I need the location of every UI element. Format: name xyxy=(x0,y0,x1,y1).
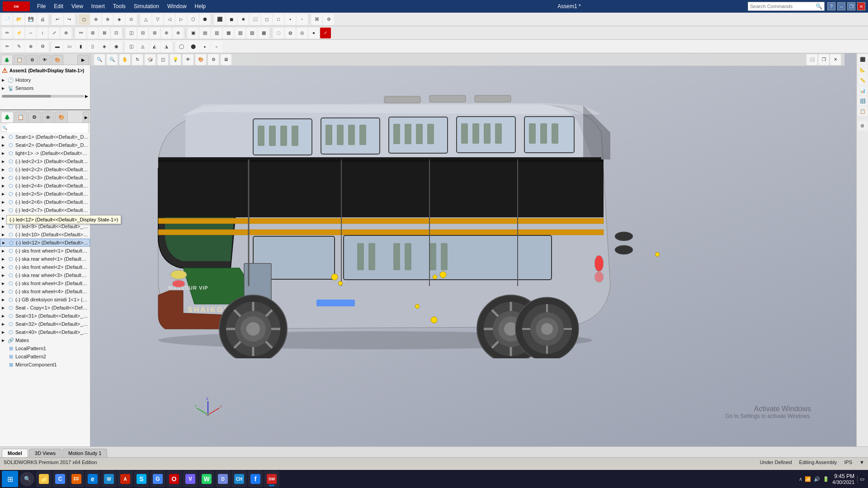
viewport[interactable]: 🔍 🔍 ✋ ↻ 🎲 ◫ 💡 👁 🎨 ⚙ 🖥 ⬜ ❐ ✕ xyxy=(90,53,856,446)
rb3-btn-15[interactable]: ◯ xyxy=(176,41,187,52)
fm-tab2-tree[interactable]: 🌲 xyxy=(1,112,14,122)
rt-btn-1[interactable]: ⬛ xyxy=(858,54,868,64)
view-btn-3d[interactable]: 🎲 xyxy=(145,54,156,65)
tree-item-local-pattern2[interactable]: ⊞ LocalPattern2 xyxy=(0,352,90,361)
rb2-btn-4[interactable]: ↕ xyxy=(37,28,48,38)
save-button[interactable]: 💾 xyxy=(25,14,36,25)
tree-item-gb[interactable]: ▶ ⬡ (-) GB direksiyon simidi 1<1> (Varsa… xyxy=(0,296,90,304)
tb-btn-2[interactable]: ⊕ xyxy=(90,14,101,25)
tree-item-sks-front4[interactable]: ▶ ⬡ (-) sks front wheel<4> (Default<<De xyxy=(0,287,90,296)
tb-btn-16[interactable]: ◻ xyxy=(261,14,272,25)
tree-item-seat31[interactable]: ▶ ⬡ Seat<31> (Default<<Default>_Displa xyxy=(0,312,90,320)
fm-tab2-display[interactable]: 👁 xyxy=(42,112,54,122)
tree-item-led21[interactable]: ▶ ⬡ (-) led<2<1> (Default<<Default>_Disp xyxy=(0,157,90,165)
rb3-btn-12[interactable]: ◬ xyxy=(137,41,148,52)
redo-button[interactable]: ↪ xyxy=(64,14,75,25)
rb3-btn-18[interactable]: ⬦ xyxy=(211,41,222,52)
tb-btn-13[interactable]: ◼ xyxy=(226,14,237,25)
view-restore-btn[interactable]: ❐ xyxy=(818,54,829,65)
menu-window[interactable]: Window xyxy=(164,2,190,10)
taskbar-app-firefox[interactable]: FF xyxy=(69,471,84,487)
time-display[interactable]: 9:45 PM 4/30/2021 xyxy=(832,473,854,485)
taskbar-app-chrome[interactable]: C xyxy=(52,471,68,487)
tree-item-sks-front2[interactable]: ▶ ⬡ (-) sks front wheel<2> (Default<<De xyxy=(0,263,90,271)
tb-btn-6[interactable]: △ xyxy=(141,14,151,25)
rb3-btn-17[interactable]: ⬥ xyxy=(199,41,210,52)
fm-tab2-config[interactable]: ⚙ xyxy=(28,112,41,122)
tree-item-mates[interactable]: ▶ 🔗 Mates xyxy=(0,336,90,344)
help-button[interactable]: ? xyxy=(827,2,835,10)
taskbar-app-winamp[interactable]: W xyxy=(101,471,117,487)
tree-item-seat2[interactable]: ▶ ⬡ Seat<2> (Default<<Default>_Display xyxy=(0,141,90,149)
view-btn-settings[interactable]: ⚙ xyxy=(208,54,219,65)
view-btn-section[interactable]: ◫ xyxy=(157,54,168,65)
rb2-btn-13[interactable]: ⊞ xyxy=(149,28,160,38)
tree-item-led27[interactable]: ▶ ⬡ (-) led<2<7> (Default<<Default>_Disp xyxy=(0,206,90,214)
fm-tab2-expand[interactable]: ▶ xyxy=(83,112,89,122)
fm-tab-expand[interactable]: ▶ xyxy=(77,55,89,65)
taskbar-app-adobe[interactable]: A xyxy=(118,471,133,487)
rb3-btn-2[interactable]: ✎ xyxy=(14,41,24,52)
tray-up-arrow[interactable]: ∧ xyxy=(799,476,802,482)
show-desktop[interactable]: ▭ xyxy=(857,475,864,483)
taskbar-app-chrome3[interactable]: CH xyxy=(231,471,247,487)
fm-tab-display[interactable]: 👁 xyxy=(39,55,51,65)
tree-item-led10[interactable]: ▶ ⬡ (-) led<10> (Default<<Default>_Disp xyxy=(0,230,90,239)
rb3-btn-4[interactable]: ⚙ xyxy=(37,41,48,52)
tb-btn-3[interactable]: ⊗ xyxy=(102,14,113,25)
rb2-btn-14[interactable]: ⊕ xyxy=(161,28,172,38)
rb3-btn-1[interactable]: ✏ xyxy=(2,41,13,52)
scroll-right-btn[interactable]: ▶ xyxy=(85,94,88,99)
taskbar-app-explorer[interactable]: 📁 xyxy=(36,471,52,487)
view-btn-pan[interactable]: ✋ xyxy=(119,54,130,65)
print-button[interactable]: 🖨 xyxy=(37,14,48,25)
tree-item-local-pattern1[interactable]: ⊞ LocalPattern1 xyxy=(0,344,90,352)
tree-item-mirror[interactable]: ⊠ MirrorComponent1 xyxy=(0,361,90,369)
search-input[interactable] xyxy=(750,4,816,9)
view-close-btn[interactable]: ✕ xyxy=(830,54,841,65)
fm-tab-properties[interactable]: 📋 xyxy=(14,55,25,65)
tree-item-led25[interactable]: ▶ ⬡ (-) led<2<5> (Default<<Default>_Disp xyxy=(0,190,90,198)
rb3-btn-3[interactable]: ⊕ xyxy=(25,41,36,52)
rb2-btn-3[interactable]: ↔ xyxy=(25,28,36,38)
tray-battery[interactable]: 🔋 xyxy=(822,475,830,483)
menu-insert[interactable]: Insert xyxy=(88,2,108,10)
tb-btn-18[interactable]: ▪ xyxy=(285,14,296,25)
tree-filter-input[interactable] xyxy=(7,123,88,132)
tb-btn-11[interactable]: ⬢ xyxy=(199,14,210,25)
rb2-btn-20[interactable]: ▧ xyxy=(235,28,245,38)
menu-file[interactable]: File xyxy=(33,2,49,10)
rb2-btn-1[interactable]: ✏ xyxy=(2,28,13,38)
tree-item-led23[interactable]: ▶ ⬡ (-) led<2<3> (Default<<Default>_Disp xyxy=(0,174,90,182)
taskbar-app-chrome2[interactable]: G xyxy=(150,471,165,487)
menu-simulation[interactable]: Simulation xyxy=(130,2,163,10)
view-btn-zoom[interactable]: 🔍 xyxy=(94,54,105,65)
rb3-btn-9[interactable]: ◈ xyxy=(99,41,110,52)
rb2-btn-12[interactable]: ⊟ xyxy=(137,28,148,38)
rb3-btn-11[interactable]: ◫ xyxy=(126,41,137,52)
view-btn-rotate[interactable]: ↻ xyxy=(132,54,143,65)
rb2-btn-15[interactable]: ⊗ xyxy=(173,28,184,38)
view-btn-zoom2[interactable]: 🔍 xyxy=(107,54,118,65)
rt-btn-7[interactable]: ⚙ xyxy=(858,121,868,131)
view-btn-monitor[interactable]: 🖥 xyxy=(221,54,231,65)
tb-btn-1[interactable]: ◻ xyxy=(79,14,90,25)
start-button[interactable]: ⊞ xyxy=(2,471,18,487)
tree-item-seat40[interactable]: ▶ ⬡ Seat<40> (Default<<Default>_Displa xyxy=(0,328,90,336)
tb-btn-7[interactable]: ▽ xyxy=(152,14,163,25)
fm-tab-tree[interactable]: 🌲 xyxy=(1,55,13,65)
fm-tab-config[interactable]: ⚙ xyxy=(26,55,38,65)
fm-tab2-properties[interactable]: 📋 xyxy=(14,112,27,122)
rb2-btn-17[interactable]: ▤ xyxy=(199,28,210,38)
rb3-btn-8[interactable]: ▯ xyxy=(87,41,98,52)
rb2-btn-25[interactable]: ◎ xyxy=(297,28,307,38)
tb-btn-20[interactable]: ⌘ xyxy=(311,14,322,25)
taskbar-app-skype[interactable]: S xyxy=(134,471,149,487)
status-units-dropdown[interactable]: ▼ xyxy=(859,460,864,465)
rt-btn-6[interactable]: 📋 xyxy=(858,106,868,116)
tb-btn-12[interactable]: ⬛ xyxy=(214,14,225,25)
tab-3d-views[interactable]: 3D Views xyxy=(29,449,61,457)
tree-item-led24[interactable]: ▶ ⬡ (-) led<2<4> (Default<<Default>_Disp xyxy=(0,182,90,190)
menu-edit[interactable]: Edit xyxy=(50,2,67,10)
rb2-btn-18[interactable]: ▥ xyxy=(211,28,222,38)
